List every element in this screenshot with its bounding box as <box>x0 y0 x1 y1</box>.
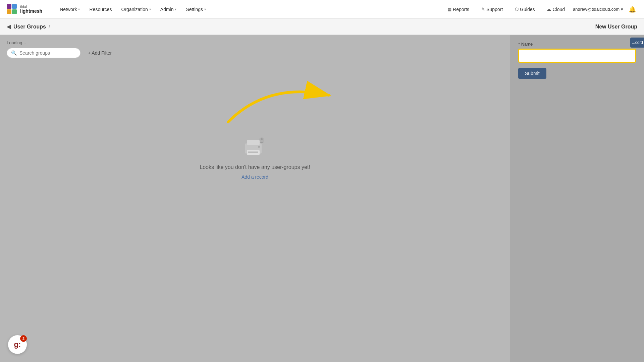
nav-reports[interactable]: ▦ Reports <box>443 5 473 14</box>
loading-indicator: Loading... <box>7 40 503 45</box>
svg-rect-10 <box>248 151 258 152</box>
nav-right: ▦ Reports ✎ Support ⬡ Guides ☁ Cloud and… <box>443 4 637 14</box>
svg-rect-3 <box>12 9 17 14</box>
empty-state-text: Looks like you don't have any user-group… <box>200 164 310 170</box>
nav-items: Network ▾ Resources Organization ▾ Admin… <box>56 5 443 14</box>
partial-button[interactable]: ...cord <box>630 38 644 48</box>
search-filter-row: 🔍 + Add Filter <box>7 48 503 58</box>
nav-admin[interactable]: Admin ▾ <box>156 5 181 14</box>
name-field: * Name <box>518 42 636 63</box>
nav-guides[interactable]: ⬡ Guides <box>511 5 539 14</box>
logo-icon <box>7 4 17 15</box>
page-title: User Groups <box>13 24 46 30</box>
empty-state: Looks like you don't have any user-group… <box>7 63 503 253</box>
name-input[interactable] <box>518 49 636 63</box>
logo[interactable]: tidal lightmesh <box>7 4 42 15</box>
back-arrow[interactable]: ◀ <box>7 23 11 30</box>
breadcrumb-bar: ◀ User Groups / New User Group <box>0 19 644 35</box>
chevron-down-icon: ▾ <box>621 7 623 12</box>
nav-support[interactable]: ✎ Support <box>477 5 507 14</box>
breadcrumb-separator: / <box>49 24 50 29</box>
svg-rect-11 <box>248 152 258 153</box>
empty-state-icon <box>241 137 268 160</box>
logo-lightmesh: lightmesh <box>20 9 42 14</box>
nav-organization[interactable]: Organization ▾ <box>117 5 155 14</box>
breadcrumb: ◀ User Groups / <box>7 23 50 30</box>
nav-settings[interactable]: Settings ▾ <box>182 5 210 14</box>
svg-rect-1 <box>12 4 17 9</box>
chevron-down-icon: ▾ <box>204 7 206 11</box>
cloud-icon: ☁ <box>547 7 551 12</box>
add-record-link[interactable]: Add a record <box>241 174 268 180</box>
chevron-down-icon: ▾ <box>78 7 80 11</box>
chevron-down-icon: ▾ <box>175 7 176 11</box>
user-badge[interactable]: g: 2 <box>8 335 27 354</box>
nav-cloud[interactable]: ☁ Cloud <box>543 5 569 14</box>
submit-button[interactable]: Submit <box>518 68 546 79</box>
add-filter-button[interactable]: + Add Filter <box>85 48 115 58</box>
chevron-down-icon: ▾ <box>149 7 151 11</box>
right-panel: * Name Submit ...cord <box>510 35 644 362</box>
svg-rect-0 <box>7 4 11 9</box>
nav-network[interactable]: Network ▾ <box>56 5 84 14</box>
svg-point-12 <box>258 146 260 148</box>
guides-icon: ⬡ <box>515 7 519 12</box>
svg-point-6 <box>261 138 263 140</box>
bar-chart-icon: ▦ <box>447 7 451 12</box>
badge-count: 2 <box>20 335 27 342</box>
search-input[interactable] <box>19 50 76 56</box>
svg-rect-8 <box>247 140 260 145</box>
search-box[interactable]: 🔍 <box>7 48 80 58</box>
nav-resources[interactable]: Resources <box>85 5 116 14</box>
top-navigation: tidal lightmesh Network ▾ Resources Orga… <box>0 0 644 19</box>
main-layout: Loading... 🔍 + Add Filter <box>0 35 644 362</box>
notification-bell[interactable]: 🔔 <box>627 4 637 14</box>
name-label: * Name <box>518 42 636 47</box>
left-panel: Loading... 🔍 + Add Filter <box>0 35 510 362</box>
panel-title: New User Group <box>595 24 637 30</box>
badge-letter: g: <box>14 340 21 349</box>
user-account[interactable]: andrew@tidalcloud.com ▾ <box>573 7 623 12</box>
svg-rect-2 <box>7 9 11 14</box>
search-icon: 🔍 <box>11 50 17 56</box>
support-icon: ✎ <box>481 7 485 12</box>
logo-text: tidal lightmesh <box>20 5 42 14</box>
